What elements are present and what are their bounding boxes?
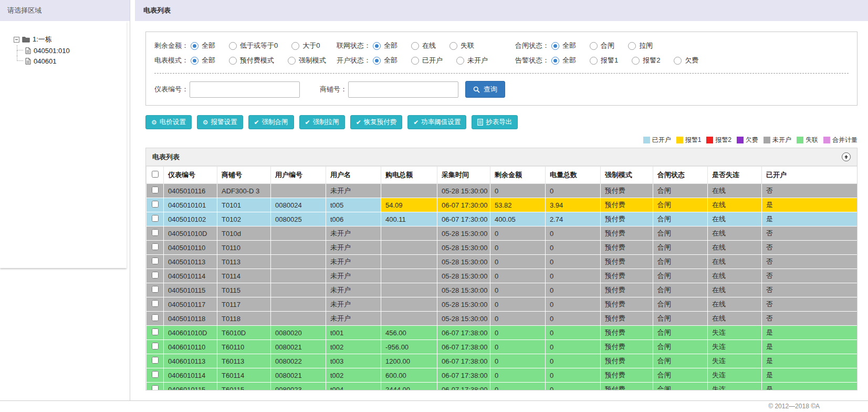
row-checkbox[interactable] bbox=[152, 371, 159, 378]
row-checkbox[interactable] bbox=[152, 272, 159, 279]
legend-swatch bbox=[643, 137, 650, 143]
cell: t001 bbox=[326, 326, 381, 340]
radio-option[interactable]: 未开户 bbox=[456, 56, 488, 65]
shop-no-input[interactable] bbox=[348, 81, 458, 98]
radio-icon bbox=[288, 57, 296, 65]
radio-option[interactable]: 合闸 bbox=[590, 41, 614, 50]
table-panel-header: 电表列表 bbox=[146, 148, 857, 166]
tree-node-meter[interactable]: 040501:010 bbox=[17, 45, 121, 56]
radio-option[interactable]: 全部 bbox=[551, 56, 576, 65]
cell: T0114 bbox=[217, 269, 271, 283]
cell: 0 bbox=[490, 184, 546, 198]
meter-no-label: 仪表编号： bbox=[154, 85, 189, 94]
legend-swatch bbox=[737, 137, 744, 143]
tree-node-label: 040601 bbox=[34, 57, 56, 65]
radio-option-label: 报警1 bbox=[601, 56, 618, 65]
row-checkbox[interactable] bbox=[152, 385, 159, 390]
table-panel-title: 电表列表 bbox=[152, 152, 180, 162]
radio-option[interactable]: 强制模式 bbox=[288, 56, 326, 65]
row-checkbox-cell bbox=[147, 226, 164, 241]
cell: 0 bbox=[546, 226, 601, 241]
row-checkbox[interactable] bbox=[152, 229, 159, 236]
row-checkbox[interactable] bbox=[152, 215, 159, 222]
column-header: 仪表编号 bbox=[164, 167, 217, 184]
cell: 合闸 bbox=[653, 241, 708, 255]
radio-option[interactable]: 大于0 bbox=[291, 41, 320, 50]
radio-option[interactable]: 失联 bbox=[449, 41, 474, 50]
radio-option-label: 在线 bbox=[422, 41, 436, 50]
radio-option-label: 强制模式 bbox=[299, 56, 326, 65]
row-checkbox-cell bbox=[147, 269, 164, 283]
radio-selected-icon bbox=[551, 42, 559, 50]
cell: 0 bbox=[546, 255, 601, 269]
row-checkbox-cell bbox=[147, 255, 164, 269]
force-open-gate-button[interactable]: ✔强制拉闸 bbox=[299, 115, 345, 129]
radio-option[interactable]: 拉闸 bbox=[628, 41, 653, 50]
row-checkbox[interactable] bbox=[152, 286, 159, 293]
price-settings-button[interactable]: ⚙电价设置 bbox=[145, 115, 192, 129]
cell: 0 bbox=[546, 326, 601, 340]
cell: 456.00 bbox=[381, 326, 437, 340]
power-threshold-button[interactable]: ✔功率阈值设置 bbox=[407, 115, 466, 129]
tree-collapse-toggle-icon[interactable] bbox=[14, 37, 19, 43]
cell: 合闸 bbox=[653, 283, 708, 297]
radio-option[interactable]: 全部 bbox=[373, 56, 398, 65]
collapse-up-icon[interactable] bbox=[842, 152, 851, 161]
page-footer: © 2012—2018 ©A bbox=[0, 400, 868, 412]
radio-option[interactable]: 低于或等于0 bbox=[229, 41, 278, 50]
meter-export-button[interactable]: 抄表导出 bbox=[472, 115, 518, 129]
legend-swatch bbox=[823, 137, 830, 143]
tree-node-meter[interactable]: 040601 bbox=[17, 56, 121, 66]
row-checkbox[interactable] bbox=[152, 243, 159, 250]
row-checkbox[interactable] bbox=[152, 357, 159, 364]
cell bbox=[271, 283, 326, 297]
restore-prepaid-button[interactable]: ✔恢复预付费 bbox=[350, 115, 403, 129]
cell: 0080020 bbox=[271, 326, 326, 340]
radio-option[interactable]: 报警1 bbox=[590, 56, 618, 65]
cell: 06-07 17:30:00 bbox=[437, 198, 490, 212]
cell: 0 bbox=[546, 312, 601, 326]
cell: T010d bbox=[217, 226, 271, 241]
row-checkbox[interactable] bbox=[152, 258, 159, 264]
cell: 2444.00 bbox=[381, 383, 437, 391]
radio-option-label: 全部 bbox=[562, 41, 576, 50]
radio-option[interactable]: 在线 bbox=[411, 41, 436, 50]
cell: 0405010113 bbox=[164, 255, 217, 269]
row-checkbox-cell bbox=[147, 326, 164, 340]
radio-option[interactable]: 欠费 bbox=[674, 56, 698, 65]
row-checkbox[interactable] bbox=[152, 328, 159, 335]
radio-option[interactable]: 全部 bbox=[191, 41, 215, 50]
alert-status-filter: 告警状态：全部报警1报警2欠费 bbox=[515, 56, 712, 65]
radio-icon bbox=[291, 42, 299, 50]
filter-group-label: 剩余金额： bbox=[154, 41, 189, 50]
cell: 在线 bbox=[708, 255, 762, 269]
tree-node-building[interactable]: 1:一栋 bbox=[14, 34, 121, 45]
select-all-checkbox[interactable] bbox=[152, 171, 159, 178]
cell: 0080025 bbox=[271, 212, 326, 226]
meter-no-input[interactable] bbox=[190, 81, 300, 98]
cell: 预付费 bbox=[601, 368, 653, 383]
search-button[interactable]: 查询 bbox=[465, 81, 505, 98]
radio-option[interactable]: 全部 bbox=[191, 56, 215, 65]
row-checkbox[interactable] bbox=[152, 343, 159, 349]
radio-option-label: 已开户 bbox=[422, 56, 443, 65]
radio-option[interactable]: 全部 bbox=[373, 41, 398, 50]
cell: 失连 bbox=[708, 383, 762, 391]
radio-option[interactable]: 全部 bbox=[551, 41, 576, 50]
row-checkbox[interactable] bbox=[152, 314, 159, 321]
page-title: 电表列表 bbox=[135, 0, 868, 21]
action-toolbar: ⚙电价设置⚙报警设置✔强制合闸✔强制拉闸✔恢复预付费✔功率阈值设置抄表导出 bbox=[145, 115, 857, 129]
row-checkbox[interactable] bbox=[152, 201, 159, 208]
radio-option[interactable]: 预付费模式 bbox=[229, 56, 274, 65]
legend-label: 未开户 bbox=[772, 136, 791, 145]
cell: 预付费 bbox=[601, 269, 653, 283]
row-checkbox[interactable] bbox=[152, 187, 159, 193]
alarm-settings-button[interactable]: ⚙报警设置 bbox=[197, 115, 243, 129]
radio-option[interactable]: 报警2 bbox=[632, 56, 660, 65]
cell bbox=[271, 255, 326, 269]
cell: 合闸 bbox=[653, 326, 708, 340]
table-row: 0406010113T601130080022t0031200.0006-07 … bbox=[147, 354, 858, 368]
force-close-gate-button[interactable]: ✔强制合闸 bbox=[248, 115, 294, 129]
row-checkbox[interactable] bbox=[152, 300, 159, 307]
radio-option[interactable]: 已开户 bbox=[411, 56, 443, 65]
